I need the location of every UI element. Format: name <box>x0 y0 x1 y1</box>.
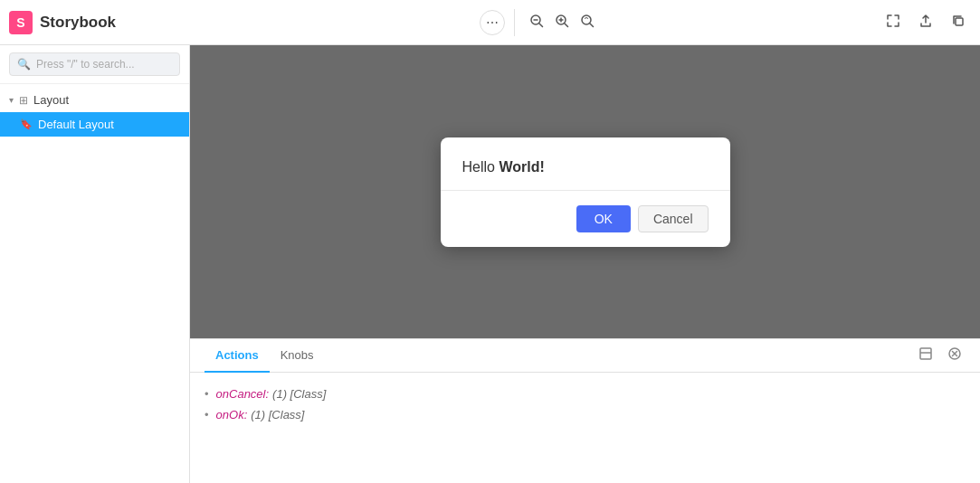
topbar-divider <box>514 9 515 36</box>
storybook-title: Storybook <box>40 14 116 32</box>
action-value-oncancel: (1) [Class] <box>272 387 326 401</box>
zoom-in-icon <box>555 14 569 28</box>
sidebar-item-default-layout[interactable]: 🔖 Default Layout <box>0 112 189 137</box>
dialog-box: Hello World! OK Cancel <box>441 137 730 247</box>
zoom-reset-button[interactable] <box>575 10 600 35</box>
chevron-down-icon: ▾ <box>9 95 14 105</box>
bullet-icon: • <box>205 387 209 401</box>
svg-line-6 <box>565 24 568 27</box>
tab-actions[interactable]: Actions <box>205 339 270 373</box>
panel-tab-icons <box>915 343 966 368</box>
share-icon <box>918 14 933 28</box>
search-icon: 🔍 <box>17 58 31 71</box>
copy-link-button[interactable] <box>946 10 971 35</box>
panel-content: • onCancel: (1) [Class] • onOk: (1) [Cla… <box>190 373 980 483</box>
tab-knobs[interactable]: Knobs <box>270 339 325 373</box>
action-entry-onok: • onOk: (1) [Class] <box>205 408 966 421</box>
bookmark-icon: 🔖 <box>20 118 33 130</box>
sidebar: 🔍 Press "/" to search... ▾ ⊞ Layout 🔖 De… <box>0 45 190 483</box>
action-name-oncancel: onCancel: <box>216 387 270 401</box>
bullet-icon-2: • <box>205 408 209 421</box>
sidebar-item-label: Default Layout <box>38 118 114 131</box>
action-value-onok: (1) [Class] <box>251 408 304 421</box>
panel-expand-button[interactable] <box>915 343 937 368</box>
sidebar-group-label: Layout <box>33 93 69 107</box>
svg-line-2 <box>539 24 543 27</box>
search-bar[interactable]: 🔍 Press "/" to search... <box>0 45 189 84</box>
zoom-in-button[interactable] <box>549 10 575 35</box>
preview-area: Hello World! OK Cancel Actions Knobs <box>190 45 980 483</box>
more-options-button[interactable]: ⋯ <box>480 10 505 35</box>
action-entry-oncancel: • onCancel: (1) [Class] <box>205 387 966 401</box>
canvas: Hello World! OK Cancel <box>190 45 980 338</box>
topbar: S Storybook ⋯ <box>0 0 980 45</box>
panel-close-button[interactable] <box>944 343 966 368</box>
dialog-title-normal: Hello <box>462 159 500 175</box>
share-button[interactable] <box>913 10 938 35</box>
dialog-actions: OK Cancel <box>462 205 709 232</box>
search-placeholder: Press "/" to search... <box>36 58 135 71</box>
bottom-panel: Actions Knobs <box>190 338 980 483</box>
ok-button[interactable]: OK <box>576 205 631 232</box>
topbar-right <box>880 10 971 35</box>
zoom-out-icon <box>529 14 544 28</box>
layout-group-icon: ⊞ <box>19 94 28 107</box>
cancel-button[interactable]: Cancel <box>638 205 709 232</box>
zoom-reset-icon <box>580 14 595 28</box>
sidebar-group-layout[interactable]: ▾ ⊞ Layout <box>0 88 189 112</box>
storybook-logo-icon: S <box>9 11 33 34</box>
dialog-divider <box>441 190 730 191</box>
panel-tabs: Actions Knobs <box>190 339 980 373</box>
dialog-title: Hello World! <box>462 159 709 175</box>
sidebar-section-layout: ▾ ⊞ Layout 🔖 Default Layout <box>0 84 189 140</box>
zoom-out-button[interactable] <box>524 10 549 35</box>
svg-rect-10 <box>920 348 931 359</box>
fullscreen-button[interactable] <box>880 10 906 35</box>
expand-icon <box>918 346 933 361</box>
main-area: 🔍 Press "/" to search... ▾ ⊞ Layout 🔖 De… <box>0 45 980 483</box>
copy-link-icon <box>951 14 966 28</box>
fullscreen-icon <box>886 14 900 28</box>
action-name-onok: onOk: <box>216 408 248 421</box>
search-input[interactable]: 🔍 Press "/" to search... <box>9 52 180 76</box>
storybook-logo: S Storybook <box>9 11 199 34</box>
svg-rect-9 <box>956 18 963 25</box>
dialog-title-bold: World! <box>499 159 544 175</box>
close-icon <box>947 346 962 361</box>
svg-line-8 <box>590 24 594 27</box>
